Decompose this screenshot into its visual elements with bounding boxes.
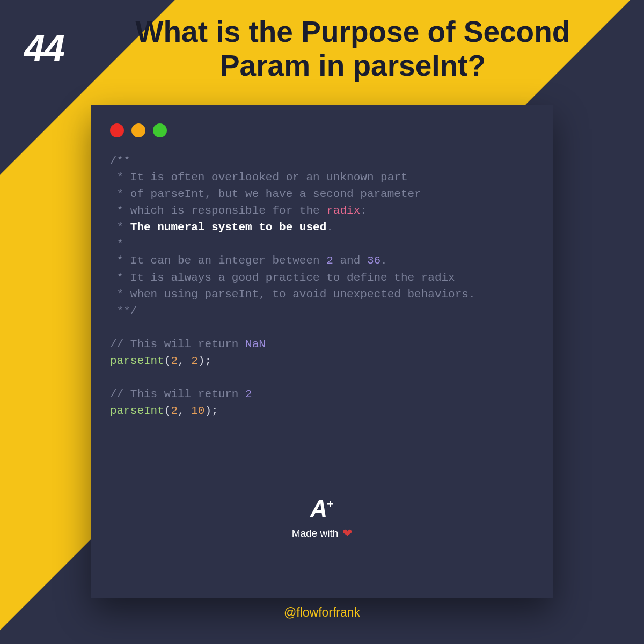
code-comma: , — [178, 355, 191, 367]
code-function: parseInt — [110, 355, 164, 367]
code-line: **/ — [110, 305, 137, 317]
code-function: parseInt — [110, 405, 164, 417]
code-line: * — [110, 221, 130, 233]
minimize-dot-icon — [131, 123, 145, 137]
a-plus-icon: A + — [310, 495, 334, 522]
code-comment: // This will return — [110, 338, 245, 350]
code-paren: ); — [204, 405, 218, 417]
code-line: * — [110, 238, 123, 250]
code-paren: ( — [164, 355, 171, 367]
code-number: 2 — [326, 254, 333, 267]
code-line: * of parseInt, but we have a second para… — [110, 188, 421, 200]
code-line: /** — [110, 155, 130, 167]
heart-icon: ❤ — [342, 526, 352, 540]
code-block: /** * It is often overlooked or an unkno… — [110, 152, 534, 419]
code-number: 2 — [171, 405, 178, 417]
code-number: 2 — [171, 355, 178, 367]
code-text: . — [326, 221, 333, 233]
made-with-label: Made with — [292, 528, 339, 539]
code-text: . — [380, 254, 387, 267]
code-comment: // This will return — [110, 388, 245, 400]
logo-plus: + — [327, 497, 334, 511]
code-paren: ( — [164, 405, 171, 417]
code-line: * It is often overlooked or an unknown p… — [110, 171, 408, 184]
footer-logo-block: A + Made with ❤ — [292, 495, 353, 540]
code-text: : — [360, 204, 367, 217]
code-panel: /** * It is often overlooked or an unkno… — [91, 105, 553, 598]
made-with-text: Made with ❤ — [292, 526, 353, 540]
close-dot-icon — [110, 123, 124, 137]
social-handle: @flowforfrank — [284, 605, 360, 620]
logo-letter: A — [310, 495, 326, 522]
slide-number: 44 — [24, 27, 64, 70]
code-emphasis: The numeral system to be used — [130, 221, 326, 233]
code-number: 2 — [191, 355, 198, 367]
code-line: * It is always a good practice to define… — [110, 272, 455, 284]
window-traffic-dots — [110, 123, 534, 137]
code-text: and — [333, 254, 367, 267]
code-number: 10 — [191, 405, 204, 417]
code-line: * which is responsible for the — [110, 204, 326, 217]
code-line: * It can be an integer between — [110, 254, 326, 267]
slide-title: What is the Purpose of Second Param in p… — [115, 15, 590, 83]
code-paren: ); — [198, 355, 211, 367]
code-keyword: radix — [326, 204, 360, 217]
maximize-dot-icon — [153, 123, 167, 137]
code-line: * when using parseInt, to avoid unexpect… — [110, 288, 475, 301]
code-number: 36 — [367, 254, 380, 267]
code-comma: , — [178, 405, 191, 417]
code-value: NaN — [245, 338, 266, 350]
code-value: 2 — [245, 388, 252, 400]
